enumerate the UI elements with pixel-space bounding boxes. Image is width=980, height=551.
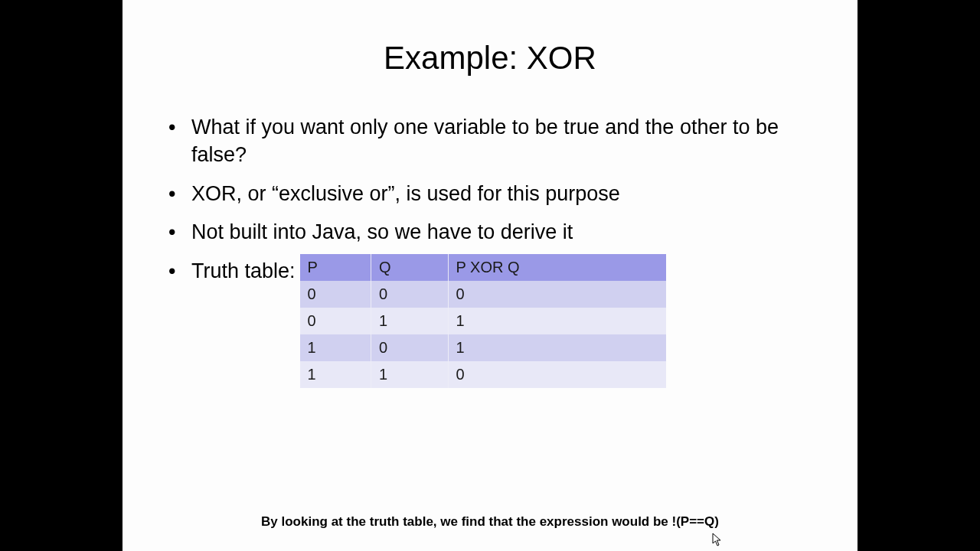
slide-title: Example: XOR <box>159 40 821 77</box>
bullet-item: Truth table: P Q P XOR Q 0 0 0 <box>187 257 821 388</box>
bullet-list: What if you want only one variable to be… <box>159 113 821 388</box>
table-row: 0 0 0 <box>300 281 666 308</box>
table-header: P XOR Q <box>448 254 666 281</box>
table-cell: 1 <box>300 334 371 361</box>
table-header: P <box>300 254 371 281</box>
table-header-row: P Q P XOR Q <box>300 254 666 281</box>
table-cell: 1 <box>448 308 666 334</box>
mouse-cursor-icon <box>712 533 723 546</box>
table-cell: 0 <box>371 334 448 361</box>
table-cell: 0 <box>300 281 371 308</box>
table-header: Q <box>371 254 448 281</box>
bullet-item: Not built into Java, so we have to deriv… <box>187 218 821 246</box>
truth-table-label: Truth table: <box>191 257 296 285</box>
table-cell: 1 <box>448 334 666 361</box>
table-cell: 0 <box>300 308 371 334</box>
table-cell: 0 <box>448 281 666 308</box>
table-cell: 1 <box>300 361 371 388</box>
slide: Example: XOR What if you want only one v… <box>122 0 858 551</box>
table-row: 1 1 0 <box>300 361 666 388</box>
truth-table: P Q P XOR Q 0 0 0 0 1 <box>300 254 666 388</box>
table-cell: 0 <box>448 361 666 388</box>
bullet-item: What if you want only one variable to be… <box>187 113 821 169</box>
table-row: 0 1 1 <box>300 308 666 334</box>
table-cell: 1 <box>371 308 448 334</box>
footer-note: By looking at the truth table, we find t… <box>122 514 858 530</box>
table-row: 1 0 1 <box>300 334 666 361</box>
table-cell: 1 <box>371 361 448 388</box>
bullet-item: XOR, or “exclusive or”, is used for this… <box>187 180 821 207</box>
table-cell: 0 <box>371 281 448 308</box>
